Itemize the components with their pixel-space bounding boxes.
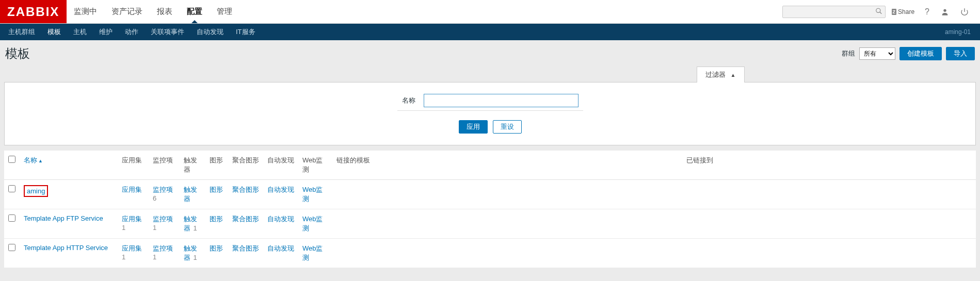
applications-count: 1 [122,224,125,232]
subnav-hostgroups[interactable]: 主机群组 [2,24,41,40]
subbar: 主机群组 模板 主机 维护 动作 关联项事件 自动发现 IT服务 aming-0… [0,24,980,40]
sort-asc-icon: ▲ [38,158,43,163]
subnav-templates[interactable]: 模板 [41,24,67,40]
apply-button[interactable]: 应用 [459,120,488,134]
items-count: 1 [153,224,156,232]
row-checkbox[interactable] [8,214,15,222]
items-link[interactable]: 监控项 [153,186,173,193]
divider [397,110,583,111]
applications-link[interactable]: 应用集 [122,186,142,193]
svg-point-0 [876,8,880,12]
svg-line-1 [879,12,881,14]
col-triggers[interactable]: 触发器 [180,151,205,180]
items-count: 1 [153,253,156,261]
topbar: ZABBIX 监测中 资产记录 报表 配置 管理 ZShare ? [0,0,980,24]
nav-configuration[interactable]: 配置 [180,0,210,23]
page-header-controls: 群组 所有 创建模板 导入 [842,47,975,60]
graphs-link[interactable]: 图形 [210,215,223,223]
import-button[interactable]: 导入 [946,47,975,60]
user-icon[interactable] [937,8,953,16]
applications-link[interactable]: 应用集 [122,215,142,223]
power-icon[interactable] [956,8,973,16]
col-screens[interactable]: 聚合图形 [228,151,263,180]
table-row: Template App FTP Service应用集 1监控项 1触发器 1图… [4,209,976,239]
discovery-link[interactable]: 自动发现 [267,186,294,193]
page-header: 模板 群组 所有 创建模板 导入 [0,40,980,66]
screens-link[interactable]: 聚合图形 [232,244,259,252]
search-icon[interactable] [875,7,882,16]
triggers-link[interactable]: 触发器 [184,186,197,203]
filter-toggle[interactable]: 过滤器 ▲ [697,67,745,82]
items-count: 6 [153,194,156,202]
svg-point-2 [943,9,946,11]
reset-button[interactable]: 重设 [493,120,522,134]
triggers-count: 1 [191,224,197,232]
screens-link[interactable]: 聚合图形 [232,186,259,193]
logo[interactable]: ZABBIX [0,0,67,23]
items-link[interactable]: 监控项 [153,215,173,223]
row-checkbox[interactable] [8,185,15,192]
screens-link[interactable]: 聚合图形 [232,215,259,223]
page-title: 模板 [5,45,30,62]
filter: 过滤器 ▲ 名称 应用 重设 [0,66,980,145]
discovery-link[interactable]: 自动发现 [267,215,294,223]
subnav-correlation[interactable]: 关联项事件 [144,24,190,40]
row-checkbox[interactable] [8,244,15,251]
templates-table: 名称▲ 应用集 监控项 触发器 图形 聚合图形 自动发现 Web监测 链接的模板… [4,151,976,268]
filter-name-label: 名称 [402,96,415,105]
nav-admin[interactable]: 管理 [210,0,239,23]
graphs-link[interactable]: 图形 [210,244,223,252]
group-label: 群组 [842,49,855,58]
templates-table-wrap: 名称▲ 应用集 监控项 触发器 图形 聚合图形 自动发现 Web监测 链接的模板… [0,151,980,268]
triggers-count: 1 [191,254,197,261]
filter-label: 过滤器 [705,71,726,78]
share-label: Share [898,8,914,15]
discovery-link[interactable]: 自动发现 [267,244,294,252]
top-nav: 监测中 资产记录 报表 配置 管理 [67,0,239,23]
col-applications[interactable]: 应用集 [118,151,149,180]
filter-body: 名称 应用 重设 [4,82,976,145]
select-all-checkbox[interactable] [8,156,15,163]
table-header-row: 名称▲ 应用集 监控项 触发器 图形 聚合图形 自动发现 Web监测 链接的模板… [4,151,976,180]
subnav-discovery[interactable]: 自动发现 [190,24,230,40]
sub-nav: 主机群组 模板 主机 维护 动作 关联项事件 自动发现 IT服务 [2,24,262,40]
nav-monitoring[interactable]: 监测中 [67,0,104,23]
subnav-actions[interactable]: 动作 [119,24,144,40]
web-link[interactable]: Web监测 [302,244,323,261]
create-template-button[interactable]: 创建模板 [899,47,942,60]
applications-count: 1 [122,253,125,261]
subnav-it-services[interactable]: IT服务 [230,24,262,40]
col-name[interactable]: 名称▲ [20,151,118,180]
nav-inventory[interactable]: 资产记录 [104,0,150,23]
col-discovery[interactable]: 自动发现 [263,151,298,180]
table-row: aming应用集监控项 6触发器图形聚合图形自动发现Web监测 [4,180,976,209]
applications-link[interactable]: 应用集 [122,244,142,252]
subnav-maintenance[interactable]: 维护 [93,24,119,40]
group-select[interactable]: 所有 [859,47,895,60]
col-web[interactable]: Web监测 [298,151,332,180]
web-link[interactable]: Web监测 [302,186,323,203]
graphs-link[interactable]: 图形 [210,186,223,193]
help-icon[interactable]: ? [921,7,934,16]
col-graphs[interactable]: 图形 [205,151,228,180]
table-row: Template App HTTP Service应用集 1监控项 1触发器 1… [4,239,976,268]
chevron-up-icon: ▲ [731,72,736,78]
filter-name-input[interactable] [424,94,579,107]
items-link[interactable]: 监控项 [153,244,173,252]
share-button[interactable]: ZShare [889,8,918,15]
web-link[interactable]: Web监测 [302,215,323,232]
current-user[interactable]: aming-01 [945,28,978,36]
col-linked-templates[interactable]: 链接的模板 [332,151,682,180]
template-name-link[interactable]: Template App HTTP Service [24,244,108,252]
template-name-link[interactable]: aming [27,187,45,195]
search-input[interactable] [782,6,886,18]
search-box [782,6,886,18]
template-name-link[interactable]: Template App FTP Service [24,214,103,222]
subnav-hosts[interactable]: 主机 [67,24,93,40]
col-linked-to[interactable]: 已链接到 [682,151,976,180]
nav-reports[interactable]: 报表 [150,0,180,23]
col-items[interactable]: 监控项 [149,151,180,180]
topbar-right: ZShare ? [782,0,980,23]
